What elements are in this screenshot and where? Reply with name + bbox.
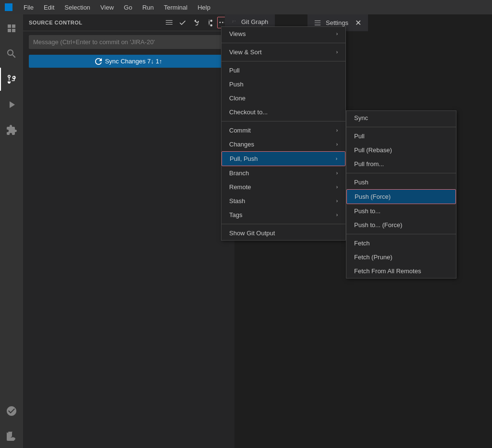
submenu-push-to[interactable]: Push to... (346, 204, 456, 218)
sc-branch-button[interactable] (204, 17, 215, 28)
menu-item-stash[interactable]: Stash › (221, 194, 345, 208)
menu-item-commit-label: Commit (229, 127, 251, 134)
titlebar-menu: File Edit Selection View Go Run Terminal… (20, 3, 214, 12)
settings-close[interactable]: ✕ (355, 18, 361, 27)
arrow-icon-commit: › (336, 128, 338, 133)
menu-item-pull[interactable]: Pull (221, 63, 345, 77)
arrow-icon-pp: › (336, 156, 337, 161)
activity-search[interactable] (0, 42, 23, 65)
menu-item-branch-label: Branch (229, 170, 249, 177)
menu-item-push[interactable]: Push (221, 77, 345, 91)
menu-item-pull-label: Pull (229, 67, 240, 74)
menu-item-git-output[interactable]: Show Git Output (221, 226, 345, 240)
menu-item-pull-push-label: Pull, Push (230, 155, 258, 162)
dropdown-menu: Views › View & Sort › Pull Push Clone Ch… (221, 26, 346, 241)
menu-item-clone[interactable]: Clone (221, 91, 345, 105)
menu-edit[interactable]: Edit (40, 3, 58, 12)
submenu-pull-label: Pull (354, 133, 365, 140)
menu-item-changes[interactable]: Changes › (221, 137, 345, 151)
sc-check-button[interactable] (177, 17, 188, 28)
menu-item-view-sort[interactable]: View & Sort › (221, 45, 345, 59)
submenu-push-label: Push (354, 179, 369, 186)
sc-refresh-button[interactable] (190, 17, 202, 28)
submenu-fetch-all[interactable]: Fetch From All Remotes (346, 264, 456, 278)
arrow-icon-changes: › (336, 142, 338, 147)
menu-item-branch[interactable]: Branch › (221, 166, 345, 180)
submenu-fetch-prune[interactable]: Fetch (Prune) (346, 250, 456, 264)
activity-run-debug[interactable] (0, 93, 23, 116)
activity-testing[interactable] (0, 425, 23, 448)
menu-selection[interactable]: Selection (61, 3, 94, 12)
git-graph-label: Git Graph (241, 18, 268, 25)
menu-go[interactable]: Go (120, 3, 136, 12)
menu-item-changes-label: Changes (229, 141, 254, 148)
message-area (23, 31, 234, 53)
source-control-header: SOURCE CONTROL (23, 14, 234, 31)
sync-label: Sync Changes 7↓ 1↑ (105, 58, 162, 65)
submenu-push-to-label: Push to... (354, 207, 381, 215)
submenu-push-to-force[interactable]: Push to... (Force) (346, 218, 456, 232)
submenu-pull-from[interactable]: Pull from... (346, 157, 456, 171)
settings-label: Settings (326, 19, 348, 26)
submenu-push-force[interactable]: Push (Force) (346, 189, 456, 204)
activity-source-control[interactable] (0, 68, 23, 91)
pullpush-submenu: Sync Pull Pull (Rebase) Pull from... Pus… (346, 110, 456, 278)
submenu-fetch[interactable]: Fetch (346, 236, 456, 250)
sc-actions: ··· (163, 17, 229, 28)
activity-bar (0, 14, 23, 448)
menu-item-tags-label: Tags (229, 211, 242, 218)
commit-message-input[interactable] (29, 35, 229, 49)
menu-terminal[interactable]: Terminal (160, 3, 191, 12)
submenu-sync-label: Sync (354, 114, 368, 121)
activity-explorer[interactable] (0, 17, 23, 40)
menu-separator-4 (221, 224, 345, 224)
arrow-icon-remote: › (336, 184, 338, 190)
menu-run[interactable]: Run (138, 3, 158, 12)
menu-item-clone-label: Clone (229, 95, 246, 102)
menu-item-git-output-label: Show Git Output (229, 230, 275, 237)
menu-separator-3 (221, 121, 345, 121)
sc-list-button[interactable] (163, 17, 175, 28)
source-control-title: SOURCE CONTROL (29, 20, 83, 25)
menu-separator-2 (221, 61, 345, 61)
submenu-fetch-prune-label: Fetch (Prune) (354, 254, 392, 261)
main-layout: SOURCE CONTROL (0, 14, 492, 448)
menu-file[interactable]: File (20, 3, 37, 12)
menu-item-remote[interactable]: Remote › (221, 180, 345, 194)
arrow-icon-tags: › (336, 212, 338, 218)
submenu-pull[interactable]: Pull (346, 129, 456, 143)
arrow-icon-stash: › (336, 198, 338, 204)
submenu-fetch-label: Fetch (354, 240, 370, 247)
submenu-pull-rebase[interactable]: Pull (Rebase) (346, 143, 456, 157)
menu-item-push-label: Push (229, 81, 244, 88)
menu-item-pull-push[interactable]: Pull, Push › (221, 151, 345, 166)
sidebar: SOURCE CONTROL (23, 14, 234, 448)
arrow-icon-vs: › (336, 49, 338, 55)
menu-item-remote-label: Remote (229, 183, 251, 191)
vscode-logo (5, 3, 12, 11)
activity-remote-explorer[interactable] (0, 400, 23, 423)
sync-changes-button[interactable]: Sync Changes 7↓ 1↑ (29, 55, 229, 68)
menu-item-views-label: Views (229, 30, 246, 37)
menu-item-stash-label: Stash (229, 197, 245, 205)
menu-item-view-sort-label: View & Sort (229, 48, 262, 56)
titlebar: File Edit Selection View Go Run Terminal… (0, 0, 492, 14)
menu-item-tags[interactable]: Tags › (221, 208, 345, 222)
submenu-sep-3 (346, 234, 456, 234)
menu-item-commit[interactable]: Commit › (221, 123, 345, 137)
submenu-sync[interactable]: Sync (346, 111, 456, 125)
activity-extensions[interactable] (0, 119, 23, 142)
submenu-push[interactable]: Push (346, 175, 456, 189)
submenu-pull-from-label: Pull from... (354, 160, 384, 168)
menu-view[interactable]: View (97, 3, 118, 12)
menu-help[interactable]: Help (194, 3, 214, 12)
submenu-sep-2 (346, 173, 456, 173)
menu-item-views[interactable]: Views › (221, 27, 345, 41)
submenu-sep-1 (346, 127, 456, 127)
arrow-icon: › (336, 31, 338, 36)
menu-item-checkout-label: Checkout to... (229, 109, 268, 116)
submenu-pull-rebase-label: Pull (Rebase) (354, 146, 392, 154)
submenu-fetch-all-label: Fetch From All Remotes (354, 267, 421, 275)
submenu-push-to-force-label: Push to... (Force) (354, 221, 402, 229)
menu-item-checkout[interactable]: Checkout to... (221, 105, 345, 119)
